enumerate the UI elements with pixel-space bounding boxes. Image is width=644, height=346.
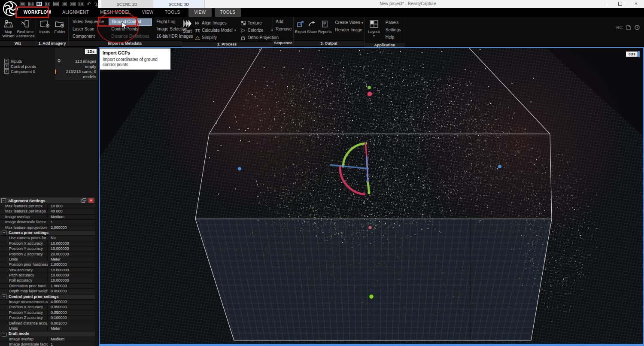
collapse-minus-icon[interactable]: − [2,332,6,337]
tab-view[interactable]: VIEW [136,8,159,17]
help-circle-icon[interactable] [635,25,640,30]
settings-row-draft-mode[interactable]: −Draft mode [0,331,95,337]
dropdown-caret-icon[interactable]: ▾ [361,21,363,25]
settings-row-position-y-accuracy[interactable]: −Position Y accuracy 10.000000 [0,246,95,252]
collapse-minus-icon[interactable]: − [2,231,6,235]
group-label-sequence: Sequence [273,40,293,46]
settings-row-position-y-accuracy[interactable]: −Position Y accuracy 0.050000 [0,310,95,316]
tooltip-import-gcps: Import GCPs Import coordinates of ground… [100,48,171,70]
settings-row-max-feature-reprojection[interactable]: −Max feature reprojection ... 2.000000 [0,225,95,231]
close-button[interactable]: × [628,0,644,8]
reports-icon [322,18,328,30]
dropdown-caret-icon[interactable]: ▾ [234,28,236,32]
sequence-button-remove[interactable]: Remove [273,26,294,33]
settings-row-position-z-accuracy[interactable]: −Position Z accuracy 20.000000 [0,252,95,257]
layout-two-col-icon[interactable] [36,2,42,6]
settings-row-use-camera-priors-for[interactable]: −Use camera priors for ... No [0,236,95,241]
settings-row-orientation-prior-hard[interactable]: −Orientation prior hard... 1.000000 [0,284,95,289]
ribbon: Map Wizard Real-time Assistance Wiz [0,17,644,46]
map-wizard-button[interactable]: Map Wizard [1,18,15,39]
tab-view-3d[interactable]: VIEW [188,8,211,17]
reports-button[interactable]: Reports [318,18,332,34]
undo-icon[interactable]: ↶ [87,2,91,6]
settings-row-depth-map-layer-weight[interactable]: −Depth map layer weight 0.050000 [0,289,95,294]
settings-row-position-z-accuracy[interactable]: −Position Z accuracy 0.100000 [0,316,95,321]
calculate-model-button[interactable]: Calculate Model ▾ [192,27,238,34]
annotation-box-workflow [15,6,49,18]
application-button-help[interactable]: Help [383,34,404,41]
layout-single-icon[interactable] [20,2,25,6]
layout-button[interactable]: Layout ▾ [366,18,382,38]
close-panel-icon[interactable]: × [88,198,94,203]
start-button[interactable]: Start [182,18,192,41]
collapse-minus-icon[interactable]: − [1,198,6,203]
export-button[interactable]: Export [295,18,306,34]
float-panel-icon[interactable] [82,198,86,203]
expand-plus-icon[interactable]: + [4,59,9,64]
folder-button[interactable]: Folder [53,18,67,34]
tab-tools-3d[interactable]: TOOLS [215,8,241,17]
tab-scene-3d[interactable]: SCENE 3D [153,0,205,8]
view-badge-1ds[interactable]: 1Ds [85,49,97,54]
settings-row-units[interactable]: −Units Meter [0,257,95,262]
simplify-button[interactable]: Simplify [192,34,238,41]
expand-plus-icon[interactable]: + [4,69,9,74]
tab-scene-1d[interactable]: SCENE 1D [101,0,153,8]
tree-item-inputs[interactable]: + Inputs [0,58,54,64]
document-icon[interactable] [626,25,631,30]
settings-row-position-x-accuracy[interactable]: −Position X accuracy 0.050000 [0,305,95,310]
scene-3d-viewport[interactable]: 3Ds [99,47,644,346]
settings-row-yaw-accuracy[interactable]: −Yaw accuracy 10.000000 [0,268,95,273]
application-button-panels[interactable]: Panels [383,19,404,27]
minimize-button[interactable]: – [596,0,612,8]
settings-row-units[interactable]: −Units Meter [0,326,95,331]
ribbon-group-application: Layout ▾ PanelsSettingsHelp Application [365,17,405,46]
tree-item-control-points[interactable]: + Control points [0,64,54,69]
layout-list-icon[interactable] [45,2,51,6]
layout-grid-c-icon[interactable] [70,2,76,6]
tab-alignment[interactable]: ALIGNMENT [57,8,94,17]
layout-grid-a-icon[interactable] [53,2,59,6]
settings-row-image-measurement-a[interactable]: −Image measurement a... 4.000000 [0,300,95,305]
viewport-badge-3ds[interactable]: 3Ds [626,51,640,57]
align-images-button[interactable]: Align Images [192,19,238,27]
group-label-output: 3. Output [294,40,364,46]
inputs-button[interactable]: Inputs [37,18,52,34]
settings-row-position-x-accuracy[interactable]: −Position X accuracy 10.000000 [0,241,95,246]
collapse-minus-icon[interactable]: − [2,294,6,299]
expand-plus-icon[interactable]: + [4,64,9,69]
layout-three-col-icon[interactable] [28,2,34,6]
dropdown-caret-icon[interactable]: ▾ [271,28,273,32]
tab-tools[interactable]: TOOLS [159,8,186,17]
group-label-add-imagery: 1. Add imagery [36,40,68,46]
share-icon [308,18,316,30]
dropdown-caret-icon[interactable]: ▾ [373,34,375,38]
layout-grid-d-icon[interactable] [79,2,84,6]
map-wizard-label: Map Wizard [1,30,15,39]
settings-row-defined-distance-accu[interactable]: −Defined distance accu... 0.001000 [0,321,95,326]
settings-row-max-features-per-mpx[interactable]: −Max features per mpx 10 000 [0,204,95,209]
settings-row-camera-prior-settings[interactable]: −Camera prior settings [0,231,95,236]
realtime-assistance-button[interactable]: Real-time Assistance [16,18,34,39]
settings-row-image-overlap[interactable]: −Image overlap Medium [0,215,95,220]
restore-button[interactable] [612,0,628,8]
settings-row-image-downscale-factor[interactable]: −Image downscale factor 1 [0,220,95,225]
settings-row-control-point-prior-settings[interactable]: −Control point prior settings [0,294,95,300]
layout-grid-b-icon[interactable] [62,2,67,6]
settings-row-image-overlap[interactable]: −Image overlap Medium [0,337,95,342]
alignment-settings-header[interactable]: − Alignment Settings × [0,197,95,204]
settings-row-pitch-accuracy[interactable]: −Pitch accuracy 10.000000 [0,273,95,278]
settings-row-max-features-per-image[interactable]: −Max features per image 40 000 [0,209,95,214]
stat-row-213-images: 213 images [55,59,96,64]
settings-row-image-downscale-factor[interactable]: −Image downscale factor 1 [0,342,95,346]
output-button-render-image[interactable]: Render Image▾ [333,27,366,34]
output-button-create-video[interactable]: Create Video▾ [333,19,366,27]
application-button-settings[interactable]: Settings [383,27,404,34]
point-cloud-canvas[interactable] [100,48,643,344]
share-button[interactable]: Share [307,18,317,34]
realtime-assistance-label: Real-time Assistance [16,30,35,39]
sequence-button-add[interactable]: Add [273,18,294,26]
tree-item-component-0[interactable]: + Component 0 [0,69,54,74]
settings-row-position-prior-hardness[interactable]: −Position prior hardness 1.000000 [0,262,95,267]
settings-row-roll-accuracy[interactable]: −Roll accuracy 10.000000 [0,278,95,283]
